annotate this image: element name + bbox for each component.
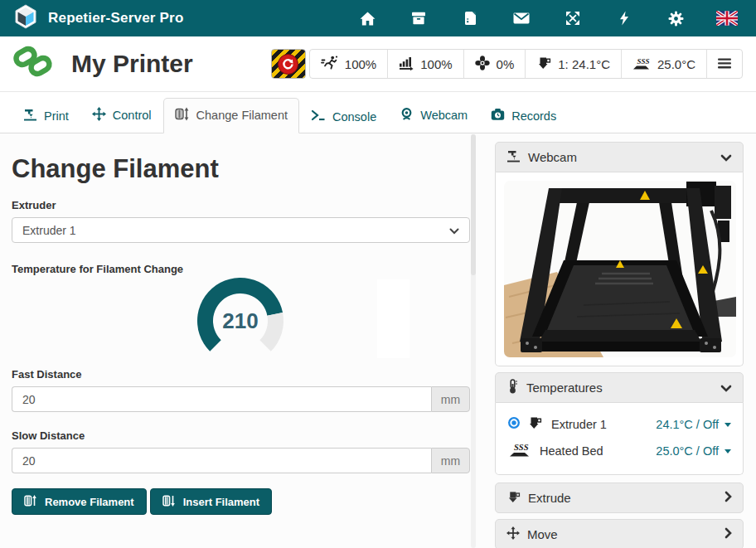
extruder-row-name: Extruder 1 — [551, 418, 607, 431]
print-icon — [23, 108, 37, 124]
repetier-logo-icon — [13, 4, 38, 32]
tab-change-filament[interactable]: Change Filament — [163, 98, 299, 133]
insert-filament-label: Insert Filament — [183, 496, 259, 508]
remove-filament-button[interactable]: Remove Filament — [12, 488, 147, 515]
slow-distance-input[interactable] — [12, 448, 431, 473]
caret-down-icon — [724, 423, 731, 427]
svg-text:SSS: SSS — [514, 443, 529, 452]
extruder-nozzle-icon — [506, 491, 521, 506]
filament-up-icon — [24, 494, 37, 510]
mail-icon[interactable] — [511, 7, 532, 29]
extrude-panel: Extrude — [495, 483, 744, 513]
temperature-knob[interactable]: 210 — [191, 278, 290, 354]
filament-actions: Remove Filament Insert Filament — [12, 488, 470, 515]
filament-spool-updown-icon — [175, 107, 190, 124]
emergency-stop-button[interactable] — [271, 49, 306, 79]
extruder-select[interactable]: Extruder 1 — [12, 217, 470, 243]
extruder-label: Extruder — [12, 199, 470, 211]
flow-value: 100% — [420, 57, 452, 71]
flow-bars-icon — [399, 56, 414, 73]
hamburger-menu-icon — [718, 57, 731, 71]
tab-change-filament-label: Change Filament — [196, 109, 288, 122]
printer-title: My Printer — [71, 50, 193, 78]
uk-flag-icon[interactable] — [716, 7, 738, 29]
temperature-gauge-area: 210 — [12, 275, 470, 355]
webcam-panel-body — [495, 172, 744, 366]
caret-down-icon — [724, 449, 731, 453]
tab-console[interactable]: Console — [299, 100, 388, 133]
fan-status[interactable]: 0% — [463, 50, 526, 78]
temperatures-panel-header[interactable]: Temperatures — [495, 372, 744, 403]
status-group: 100% 100% 0% — [309, 49, 743, 79]
printer-menu-button[interactable] — [706, 50, 742, 78]
expand-arrows-icon[interactable] — [562, 7, 584, 29]
fan-icon — [475, 56, 490, 73]
extruder-nozzle-icon — [536, 56, 551, 72]
bed-temp-value: 25.0°C — [657, 57, 695, 71]
emergency-reset-icon — [278, 54, 298, 75]
chevron-right-icon — [724, 491, 732, 505]
tab-control[interactable]: Control — [80, 98, 163, 133]
tab-control-label: Control — [113, 109, 152, 122]
archive-box-icon[interactable] — [408, 7, 429, 29]
target-radio-icon[interactable] — [507, 416, 521, 433]
chevron-down-icon — [720, 381, 732, 395]
webcam-snapshot[interactable] — [504, 181, 736, 357]
extruder-select-value: Extruder 1 — [22, 224, 76, 237]
records-camera-icon — [491, 108, 505, 124]
extruder-nozzle-icon — [527, 416, 542, 433]
temperatures-panel: Temperatures Extruder 1 24.1°C / Off — [495, 372, 744, 475]
fast-distance-label: Fast Distance — [12, 368, 470, 381]
webcam-panel-title: Webcam — [528, 150, 577, 164]
insert-filament-button[interactable]: Insert Filament — [150, 488, 272, 515]
fast-distance-input[interactable] — [12, 386, 431, 412]
bed-row-value[interactable]: 25.0°C / Off — [656, 444, 731, 458]
printer-status-bar: 100% 100% 0% — [271, 49, 743, 79]
tab-records[interactable]: Records — [479, 99, 568, 133]
repetier-server-window: Repetier-Server Pro — [0, 0, 756, 548]
webcam-icon — [400, 107, 414, 124]
slow-distance-label: Slow Distance — [12, 429, 470, 442]
tab-print[interactable]: Print — [12, 99, 80, 133]
book-icon[interactable] — [459, 7, 481, 29]
svg-text:SSS: SSS — [637, 56, 649, 65]
gear-icon[interactable] — [665, 7, 686, 29]
chevron-down-icon — [720, 150, 732, 164]
printer-tabs: Print Control Change Filament Console We… — [0, 92, 756, 133]
speed-runner-icon — [321, 56, 338, 72]
top-navbar: Repetier-Server Pro — [0, 0, 756, 36]
move-panel-title: Move — [527, 527, 558, 541]
extrude-panel-header[interactable]: Extrude — [495, 483, 744, 513]
fan-value: 0% — [497, 57, 515, 71]
extruder-row-value[interactable]: 24.1°C / Off — [656, 418, 731, 431]
webcam-panel-header[interactable]: Webcam — [495, 142, 744, 172]
console-icon — [311, 109, 326, 124]
move-panel: Move — [495, 519, 744, 548]
tab-console-label: Console — [332, 110, 376, 124]
temperature-label: Temperature for Filament Change — [12, 263, 470, 275]
extruder-status[interactable]: 1: 24.1°C — [525, 50, 621, 78]
connection-chain-icon — [13, 45, 53, 83]
scrollbar-thumb[interactable] — [471, 134, 476, 275]
slow-distance-unit: mm — [431, 448, 470, 473]
extrude-panel-title: Extrude — [528, 491, 571, 505]
bed-status[interactable]: SSS 25.0°C — [621, 50, 706, 78]
gauge-input-artifact — [377, 279, 410, 358]
chevron-right-icon — [724, 527, 732, 541]
tab-webcam[interactable]: Webcam — [388, 98, 479, 133]
content-scrollbar[interactable] — [471, 134, 476, 548]
flow-status[interactable]: 100% — [387, 50, 463, 78]
brand[interactable]: Repetier-Server Pro — [13, 4, 183, 32]
bolt-icon[interactable] — [613, 7, 635, 29]
tab-print-label: Print — [44, 109, 69, 123]
chevron-down-icon — [449, 224, 459, 237]
slow-distance-field: mm — [12, 448, 470, 473]
move-panel-header[interactable]: Move — [495, 519, 744, 548]
home-icon[interactable] — [356, 7, 378, 29]
bed-temp-row: SSS Heated Bed 25.0°C / Off — [507, 439, 731, 463]
remove-filament-label: Remove Filament — [45, 496, 134, 508]
page-title: Change Filament — [12, 153, 470, 185]
speed-status[interactable]: 100% — [310, 50, 387, 78]
move-arrows-icon — [506, 526, 520, 542]
printer-header: My Printer 100% 100% — [0, 36, 756, 92]
